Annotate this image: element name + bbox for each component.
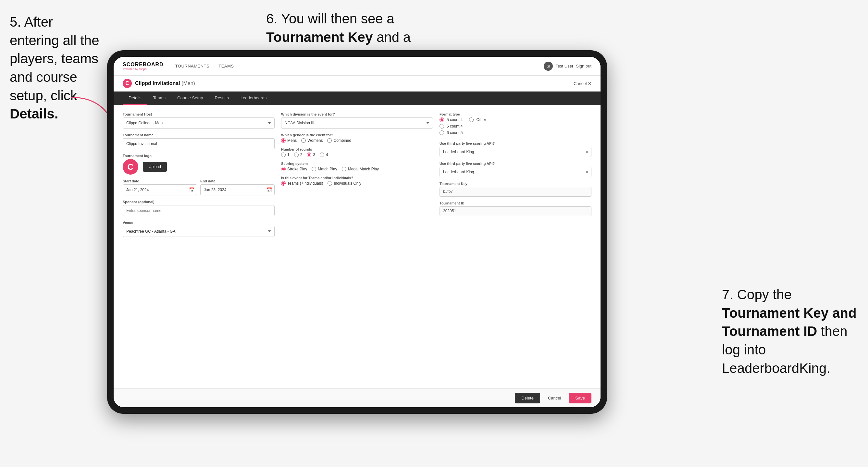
gender-combined[interactable]: Combined — [327, 138, 351, 143]
api1-input[interactable] — [439, 147, 591, 157]
tournament-logo-field: Tournament logo C Upload — [123, 154, 275, 175]
tournament-key-value: b#fb7 — [439, 187, 591, 197]
start-date-input[interactable] — [123, 184, 197, 195]
form-col-3: Format type 5 count 4 6 count 4 — [439, 112, 591, 381]
step7-annotation: 7. Copy the Tournament Key and Tournamen… — [722, 286, 858, 377]
brand-name: SCOREBOARD — [123, 62, 164, 67]
form-col-1: Tournament Host Clippd College - Men Tou… — [123, 112, 275, 381]
end-date-field: End date 📅 — [200, 179, 275, 195]
step7-bold: Tournament Key and Tournament ID — [722, 305, 857, 339]
rounds-field: Number of rounds 1 2 3 — [281, 147, 433, 157]
start-date-field: Start date 📅 — [123, 179, 197, 195]
tablet: SCOREBOARD Powered by clippd TOURNAMENTS… — [107, 50, 607, 414]
venue-select[interactable]: Peachtree GC - Atlanta - GA — [123, 226, 275, 237]
round-1[interactable]: 1 — [281, 153, 289, 157]
cancel-button[interactable]: Cancel — [544, 393, 565, 403]
round-4[interactable]: 4 — [320, 153, 328, 157]
format-type-field: Format type 5 count 4 6 count 4 — [439, 112, 591, 137]
scoring-match[interactable]: Match Play — [312, 167, 337, 172]
format-other[interactable]: Other — [469, 118, 486, 122]
api2-input[interactable] — [439, 167, 591, 177]
api2-field: Use third-party live scoring API? ✕ — [439, 162, 591, 177]
tab-details[interactable]: Details — [123, 92, 147, 105]
sub-header: C Clippd Invitational (Men) Cancel ✕ — [114, 75, 600, 92]
division-label: Which division is the event for? — [281, 112, 433, 116]
step6-bold1: Tournament Key — [266, 30, 373, 45]
tournament-logo-label: Tournament logo — [123, 154, 275, 158]
save-button[interactable]: Save — [569, 393, 591, 403]
cancel-link[interactable]: Cancel ✕ — [574, 81, 591, 86]
api2-label: Use third-party live scoring API? — [439, 162, 591, 165]
form-footer: Delete Cancel Save — [114, 388, 600, 407]
tournament-key-label: Tournament Key — [439, 182, 591, 186]
gender-mens[interactable]: Mens — [281, 138, 297, 143]
logo-preview: C — [123, 159, 138, 175]
scoring-stroke[interactable]: Stroke Play — [281, 167, 307, 172]
tab-results[interactable]: Results — [209, 92, 235, 105]
sub-header-left: C Clippd Invitational (Men) — [123, 79, 195, 88]
tablet-screen: SCOREBOARD Powered by clippd TOURNAMENTS… — [114, 57, 600, 407]
tournament-name-input[interactable] — [123, 138, 275, 149]
start-date-calendar-icon: 📅 — [189, 187, 194, 192]
start-date-label: Start date — [123, 179, 197, 183]
user-name: Test User — [555, 64, 573, 68]
nav-links: TOURNAMENTS TEAMS — [175, 64, 544, 68]
tab-teams[interactable]: Teams — [147, 92, 172, 105]
end-date-input[interactable] — [200, 184, 275, 195]
tournament-host-label: Tournament Host — [123, 112, 275, 116]
venue-label: Venue — [123, 221, 275, 225]
gender-womens[interactable]: Womens — [301, 138, 323, 143]
delete-button[interactable]: Delete — [515, 393, 540, 403]
rounds-label: Number of rounds — [281, 147, 433, 151]
scoring-medal[interactable]: Medal Match Play — [342, 167, 379, 172]
round-2[interactable]: 2 — [294, 153, 303, 157]
gender-radio-group: Mens Womens Combined — [281, 138, 433, 143]
top-nav: SCOREBOARD Powered by clippd TOURNAMENTS… — [114, 57, 600, 75]
tournament-id-label: Tournament ID — [439, 201, 591, 205]
tabs-bar: Details Teams Course Setup Results Leade… — [114, 92, 600, 105]
teams-option[interactable]: Teams (+Individuals) — [281, 181, 323, 186]
brand: SCOREBOARD Powered by clippd — [123, 62, 164, 71]
dates-field: Start date 📅 End date 📅 — [123, 179, 275, 195]
tab-leaderboards[interactable]: Leaderboards — [235, 92, 272, 105]
sign-out-link[interactable]: Sign out — [576, 64, 591, 68]
scoring-label: Scoring system — [281, 162, 433, 165]
format-6count4[interactable]: 6 count 4 — [439, 124, 463, 128]
format-5count4[interactable]: 5 count 4 — [439, 118, 463, 122]
tournament-id-value: 302051 — [439, 207, 591, 216]
tournament-title: Clippd Invitational (Men) — [135, 81, 195, 86]
user-avatar: SI — [544, 62, 553, 71]
tournament-name-label: Tournament name — [123, 133, 275, 137]
teams-radio-group: Teams (+Individuals) Individuals Only — [281, 181, 433, 186]
format-type-label: Format type — [439, 112, 591, 116]
tournament-key-field: Tournament Key b#fb7 — [439, 182, 591, 197]
sub-logo: C — [123, 79, 132, 88]
form-area: Tournament Host Clippd College - Men Tou… — [114, 105, 600, 388]
step5-bold: Details. — [10, 106, 58, 121]
format-6count5[interactable]: 6 count 5 — [439, 130, 463, 135]
brand-sub: Powered by clippd — [123, 67, 164, 71]
api2-select-wrap: ✕ — [439, 167, 591, 177]
nav-teams[interactable]: TEAMS — [218, 64, 234, 68]
tournament-host-field: Tournament Host Clippd College - Men — [123, 112, 275, 128]
rounds-radio-group: 1 2 3 4 — [281, 153, 433, 157]
logo-upload-area: C Upload — [123, 159, 275, 175]
upload-button[interactable]: Upload — [143, 162, 167, 172]
sponsor-field: Sponsor (optional) — [123, 200, 275, 216]
individuals-option[interactable]: Individuals Only — [328, 181, 361, 186]
nav-tournaments[interactable]: TOURNAMENTS — [175, 64, 210, 68]
api2-clear-icon[interactable]: ✕ — [585, 170, 589, 175]
api1-label: Use third-party live scoring API? — [439, 142, 591, 145]
api1-clear-icon[interactable]: ✕ — [585, 150, 589, 154]
sponsor-input[interactable] — [123, 205, 275, 216]
sponsor-label: Sponsor (optional) — [123, 200, 275, 204]
form-col-2: Which division is the event for? NCAA Di… — [281, 112, 433, 381]
tournament-host-select[interactable]: Clippd College - Men — [123, 118, 275, 128]
division-select[interactable]: NCAA Division III — [281, 118, 433, 128]
tournament-id-field: Tournament ID 302051 — [439, 201, 591, 216]
round-3[interactable]: 3 — [307, 153, 315, 157]
tournament-name-field: Tournament name — [123, 133, 275, 149]
scoring-field: Scoring system Stroke Play Match Play — [281, 162, 433, 172]
gender-field: Which gender is the event for? Mens Wome… — [281, 133, 433, 143]
tab-course-setup[interactable]: Course Setup — [172, 92, 209, 105]
